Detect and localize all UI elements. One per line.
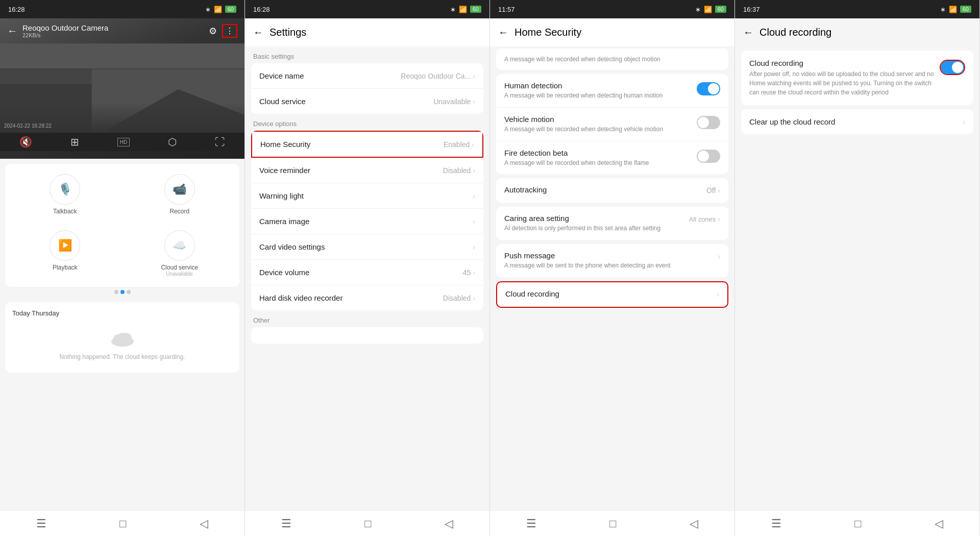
record-button[interactable]: 📹 Record (125, 169, 235, 220)
camera-ctrl-fullscreen[interactable]: ⛶ (215, 136, 225, 148)
wifi-icon: 📶 (214, 6, 222, 13)
caring-area-item[interactable]: Caring area setting AI detection is only… (496, 207, 728, 240)
voice-reminder-item[interactable]: Voice reminder Disabled › (251, 158, 483, 183)
warning-light-item[interactable]: Warning light › (251, 183, 483, 209)
camera-ctrl-capture[interactable]: ⊞ (70, 136, 79, 148)
push-message-desc: A message will be sent to the phone when… (504, 261, 714, 270)
caring-area-text: Caring area setting AI detection is only… (504, 214, 685, 233)
status-bar-4: 16:37 ∗ 📶 60 (735, 0, 979, 18)
talkback-button[interactable]: 🎙️ Talkback (10, 169, 120, 220)
panel-home-security: 11:57 ∗ 📶 60 ← Home Security A message w… (490, 0, 735, 536)
push-message-item[interactable]: Push message A message will be sent to t… (496, 244, 728, 277)
more-options-button[interactable]: ⋮ (222, 24, 237, 38)
home-security-label: Home Security (260, 140, 444, 149)
camera-top-right: ⚙ ⋮ (209, 24, 237, 38)
status-bar-1: 16:28 ∗ 📶 60 (0, 0, 244, 18)
caring-area-group: Caring area setting AI detection is only… (496, 207, 728, 240)
nav-back-icon-1[interactable]: ◁ (200, 517, 208, 530)
chevron-icon-hd: › (473, 294, 475, 302)
bluetooth-icon-4: ∗ (940, 6, 946, 13)
gear-icon[interactable]: ⚙ (209, 26, 217, 37)
home-security-item[interactable]: Home Security Enabled › (251, 131, 483, 158)
object-motion-partial: A message will be recorded when detectin… (496, 48, 728, 70)
nav-home-icon-4[interactable]: □ (854, 517, 861, 530)
wifi-icon-2: 📶 (459, 6, 467, 13)
vehicle-motion-item[interactable]: Vehicle motion A message will be recorde… (496, 108, 728, 141)
camera-feed: 2024-02-22 16:28:22 (0, 43, 244, 133)
clear-cloud-record-label: Clear up the cloud record (749, 117, 963, 126)
back-button-4[interactable]: ← (743, 27, 753, 38)
nav-menu-icon-2[interactable]: ☰ (281, 517, 291, 530)
home-security-value: Enabled (444, 140, 470, 149)
card-video-item[interactable]: Card video settings › (251, 234, 483, 260)
camera-controls-bar: 🔇 ⊞ HD ⬡ ⛶ (0, 133, 244, 151)
device-options-label: Device options (245, 114, 489, 131)
device-volume-item[interactable]: Device volume 45 › (251, 260, 483, 285)
cloud-recording-hs-item[interactable]: Cloud recording › (497, 282, 727, 307)
chevron-icon-card: › (473, 243, 475, 251)
nav-menu-icon-4[interactable]: ☰ (771, 517, 781, 530)
device-name-item[interactable]: Device name Reoqoo Outdoor Ca... › (251, 63, 483, 89)
cloud-recording-highlighted-group: Cloud recording › (496, 281, 728, 308)
back-button-2[interactable]: ← (253, 27, 263, 38)
nav-home-icon-3[interactable]: □ (609, 517, 616, 530)
fire-detection-toggle[interactable] (697, 150, 720, 163)
nav-back-icon-4[interactable]: ◁ (935, 517, 943, 530)
camera-ctrl-hd[interactable]: HD (117, 138, 130, 147)
autotracking-item[interactable]: Autotracking Off › (496, 178, 728, 203)
cloud-service-item[interactable]: Cloud service Unavailable › (251, 89, 483, 114)
object-motion-partial-text: A message will be recorded when detectin… (504, 56, 720, 63)
vehicle-motion-toggle[interactable] (697, 116, 720, 129)
nav-home-icon-1[interactable]: □ (119, 517, 126, 530)
nav-back-icon-2[interactable]: ◁ (445, 517, 453, 530)
cloud-service-label: Cloud service (259, 97, 433, 106)
autotracking-group: Autotracking Off › (496, 178, 728, 203)
push-message-right: › (718, 252, 720, 260)
cloud-service-button[interactable]: ☁️ Cloud service Unavailable (125, 225, 235, 282)
wifi-icon-3: 📶 (704, 6, 712, 13)
camera-ctrl-pip[interactable]: ⬡ (168, 136, 177, 148)
human-detection-item[interactable]: Human detection A message will be record… (496, 74, 728, 108)
playback-button[interactable]: ▶️ Playback (10, 225, 120, 282)
device-name-value: Reoqoo Outdoor Ca... (401, 72, 471, 80)
voice-reminder-value: Disabled (443, 166, 471, 175)
control-grid: 🎙️ Talkback 📹 Record ▶️ Playback ☁️ Clou… (5, 164, 239, 287)
fire-detection-toggle-wrap (697, 150, 720, 163)
caring-area-right: All zones › (689, 215, 720, 223)
nav-back-icon-3[interactable]: ◁ (690, 517, 698, 530)
back-button-3[interactable]: ← (498, 27, 508, 38)
back-button-1[interactable]: ← (7, 25, 17, 37)
clear-cloud-record-item[interactable]: Clear up the cloud record › (741, 109, 973, 134)
cloud-rec-item-text: Cloud recording After power off, no vide… (749, 59, 936, 97)
push-message-title: Push message (504, 251, 714, 260)
nav-bar-3: ☰ □ ◁ (490, 510, 734, 536)
battery-icon-4: 60 (960, 6, 971, 13)
other-item[interactable] (251, 327, 483, 344)
hard-disk-item[interactable]: Hard disk video recorder Disabled › (251, 285, 483, 310)
other-group (251, 327, 483, 344)
voice-reminder-label: Voice reminder (259, 166, 443, 175)
hard-disk-value: Disabled (443, 294, 471, 302)
vehicle-motion-knob (698, 117, 709, 128)
nav-home-icon-2[interactable]: □ (364, 517, 371, 530)
cloud-service-value: Unavailable (433, 98, 471, 106)
camera-ctrl-mute[interactable]: 🔇 (19, 136, 32, 148)
home-security-header: ← Home Security (490, 18, 734, 46)
camera-info: Reoqoo Outdoor Camera 22KB/s (22, 23, 108, 38)
human-detection-toggle[interactable] (697, 82, 720, 95)
settings-title: Settings (270, 27, 306, 38)
cloud-recording-hs-title: Cloud recording (505, 289, 713, 298)
status-bar-3: 11:57 ∗ 📶 60 (490, 0, 734, 18)
cloud-rec-toggle[interactable] (941, 61, 964, 74)
nav-bar-1: ☰ □ ◁ (0, 510, 244, 536)
bluetooth-icon-3: ∗ (695, 6, 701, 13)
fire-detection-item[interactable]: Fire detection beta A message will be re… (496, 141, 728, 175)
bluetooth-icon-2: ∗ (450, 6, 456, 13)
camera-image-item[interactable]: Camera image › (251, 209, 483, 234)
camera-header: ← Reoqoo Outdoor Camera 22KB/s ⚙ ⋮ (0, 18, 244, 43)
nav-menu-icon-1[interactable]: ☰ (36, 517, 46, 530)
basic-settings-label: Basic settings (245, 46, 489, 63)
status-icons-2: ∗ 📶 60 (450, 6, 481, 13)
nav-menu-icon-3[interactable]: ☰ (526, 517, 536, 530)
nav-bar-2: ☰ □ ◁ (245, 510, 489, 536)
